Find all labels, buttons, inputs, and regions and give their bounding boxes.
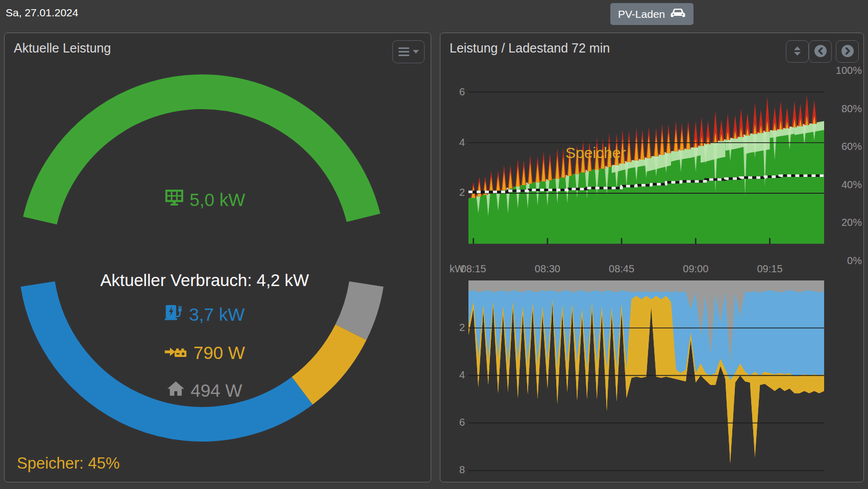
consumption-total-label: Aktueller Verbrauch: 4,2 kW	[5, 271, 405, 290]
percent-tick-label: 40%	[830, 179, 862, 191]
x-tick-label: 09:15	[752, 263, 788, 275]
pv-power-value: 5,0 kW	[190, 190, 245, 210]
chevron-left-circle-icon	[814, 44, 827, 59]
y-tick-label: 2	[444, 322, 465, 333]
updown-arrows-icon	[793, 46, 801, 58]
dashboard-page: Sa, 27.01.2024 PV-Laden Aktuelle Leistun…	[0, 0, 868, 489]
battery-power-row: 790 W	[5, 343, 405, 363]
x-tick-label: 08:30	[530, 263, 565, 275]
y-tick-label: 6	[444, 86, 465, 98]
ev-power-value: 3,7 kW	[189, 304, 245, 325]
car-icon	[670, 8, 686, 21]
next-window-button[interactable]	[836, 40, 859, 63]
ev-charger-icon	[165, 304, 184, 325]
right-panel-title: Leistung / Ladestand 72 min	[450, 41, 610, 56]
y-tick-label: 2	[444, 187, 465, 198]
storage-percent-label: Speicher: 45%	[17, 454, 120, 473]
panel-power-chart: Leistung / Ladestand 72 min	[440, 33, 864, 482]
x-tick-label: 09:00	[678, 263, 713, 275]
consumption-chart[interactable]	[468, 280, 824, 482]
x-tick-label: 08:45	[604, 263, 639, 275]
chevron-right-circle-icon	[841, 44, 854, 59]
production-soc-chart[interactable]	[468, 67, 824, 244]
previous-window-button[interactable]	[809, 40, 832, 63]
x-tick-label: 08:15	[456, 263, 491, 275]
y-tick-label: 4	[444, 369, 465, 381]
scale-button[interactable]	[786, 40, 809, 63]
house-icon	[167, 380, 185, 401]
ev-power-row: 3,7 kW	[5, 304, 405, 325]
solar-panel-icon	[164, 189, 184, 210]
speicher-annotation: Speicher	[565, 144, 626, 162]
pv-laden-button[interactable]: PV-Laden	[610, 3, 693, 25]
y-tick-label: 6	[444, 417, 465, 428]
house-power-row: 494 W	[5, 380, 405, 401]
pv-power-row: 5,0 kW	[5, 189, 405, 210]
percent-tick-label: 60%	[830, 141, 862, 152]
date-label: Sa, 27.01.2024	[6, 7, 78, 19]
battery-power-value: 790 W	[193, 343, 245, 363]
panel-current-power: Aktuelle Leistung 5,0 kW	[4, 33, 431, 482]
y-tick-label: 4	[444, 137, 465, 148]
percent-tick-label: 100%	[830, 65, 862, 76]
percent-tick-label: 20%	[830, 217, 862, 228]
battery-charging-icon	[164, 343, 188, 363]
house-power-value: 494 W	[190, 380, 242, 401]
percent-tick-label: 80%	[830, 103, 862, 115]
y-tick-label: 8	[444, 464, 465, 476]
percent-tick-label: 0%	[830, 255, 862, 267]
pv-laden-label: PV-Laden	[618, 8, 665, 20]
power-gauge	[5, 33, 432, 483]
